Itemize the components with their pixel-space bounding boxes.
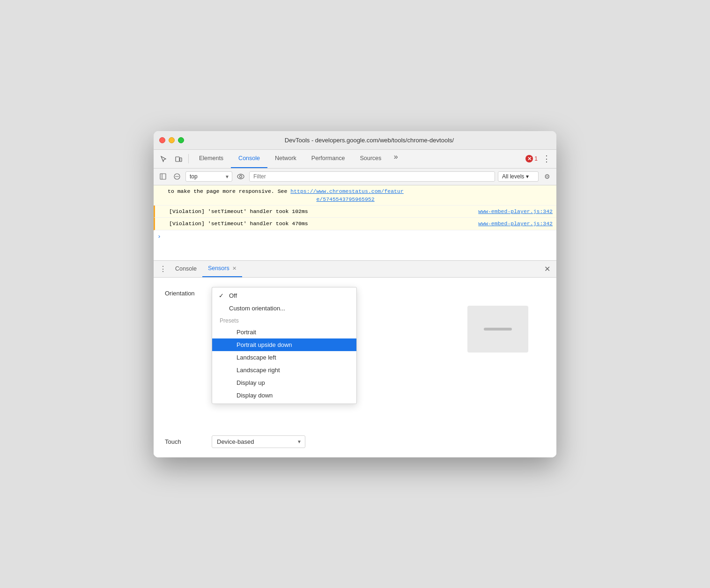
dropdown-item-portrait-upside-down-label: Portrait upside down — [237, 341, 292, 348]
devtools-toolbar: Elements Console Network Performance Sou… — [154, 150, 556, 169]
console-toolbar: top ▼ All levels ▾ ⚙ — [154, 169, 556, 185]
error-count: 1 — [534, 155, 538, 162]
console-line-violation-1: [Violation] 'setTimeout' handler took 10… — [154, 206, 556, 218]
dropdown-item-custom-label: Custom orientation... — [229, 305, 285, 312]
bottom-panel: ⋮ Console Sensors ✕ ✕ Orientation Off — [154, 260, 556, 457]
dropdown-item-landscape-left[interactable]: Landscape left — [212, 351, 356, 364]
eye-icon[interactable] — [235, 171, 246, 182]
svg-point-6 — [237, 174, 244, 179]
phone-bar — [484, 328, 512, 331]
minimize-button[interactable] — [169, 137, 175, 143]
dropdown-item-landscape-left-label: Landscape left — [237, 354, 276, 361]
tab-sources[interactable]: Sources — [352, 150, 389, 168]
tab-performance[interactable]: Performance — [304, 150, 353, 168]
more-tabs-button[interactable]: » — [389, 150, 403, 164]
console-line: to make the page more responsive. See ht… — [154, 185, 556, 206]
dropdown-item-landscape-right-label: Landscape right — [237, 367, 280, 374]
nav-tabs: Elements Console Network Performance Sou… — [192, 150, 403, 168]
bottom-tab-console[interactable]: Console — [170, 261, 202, 277]
console-output: to make the page more responsive. See ht… — [154, 185, 556, 260]
toolbar-right: ✕ 1 ⋮ — [525, 152, 554, 166]
clear-console-icon[interactable] — [171, 171, 183, 182]
svg-rect-1 — [180, 158, 182, 162]
console-tab-label: Console — [175, 265, 197, 272]
context-select[interactable]: top — [185, 171, 232, 182]
dropdown-item-display-up-label: Display up — [237, 379, 265, 386]
bottom-tab-bar: ⋮ Console Sensors ✕ ✕ — [154, 261, 556, 278]
dropdown-item-off[interactable]: Off — [212, 289, 356, 302]
orientation-dropdown-container: Off ▼ Off Custom orientation... Presets — [212, 287, 305, 300]
dropdown-category-presets: Presets — [212, 315, 356, 326]
prompt-arrow: › — [157, 233, 161, 240]
dropdown-item-display-down-label: Display down — [237, 392, 273, 399]
dropdown-item-portrait-upside-down[interactable]: Portrait upside down — [212, 338, 356, 351]
violation-text-1: [Violation] 'setTimeout' handler took 10… — [169, 208, 308, 214]
svg-point-7 — [240, 176, 242, 178]
violation-link-1[interactable]: www-embed-player.js:342 — [478, 207, 553, 215]
error-icon: ✕ — [525, 155, 533, 162]
chromestatus-link-2[interactable]: e/5745543795965952 — [316, 196, 374, 202]
devtools-window: DevTools - developers.google.com/web/too… — [154, 131, 556, 457]
chromestatus-link-1[interactable]: https://www.chromestatus.com/featur — [290, 188, 404, 194]
console-settings-icon[interactable]: ⚙ — [541, 171, 553, 182]
sensors-panel: Orientation Off ▼ Off — [154, 278, 556, 457]
violation-text-2: [Violation] 'setTimeout' handler took 47… — [169, 220, 308, 227]
dropdown-item-portrait-label: Portrait — [237, 329, 256, 336]
touch-row: Touch Device-based ▼ — [165, 435, 545, 448]
sensors-tab-close[interactable]: ✕ — [232, 265, 237, 272]
dropdown-item-display-up[interactable]: Display up — [212, 376, 356, 389]
filter-input[interactable] — [249, 171, 495, 182]
dropdown-item-off-label: Off — [229, 292, 237, 299]
phone-preview — [467, 306, 528, 353]
violation-link-2[interactable]: www-embed-player.js:342 — [478, 220, 553, 228]
error-badge[interactable]: ✕ 1 — [525, 155, 538, 162]
devtools-menu-button[interactable]: ⋮ — [540, 152, 554, 166]
device-toggle-icon[interactable] — [171, 152, 185, 166]
orientation-dropdown: Off Custom orientation... Presets Portra… — [212, 287, 357, 404]
window-title: DevTools - developers.google.com/web/too… — [188, 137, 551, 144]
touch-select-wrapper: Device-based ▼ — [212, 435, 305, 448]
levels-select-wrapper: All levels ▾ — [498, 171, 539, 182]
sensors-tab-label: Sensors — [208, 265, 229, 272]
bottom-tab-sensors[interactable]: Sensors ✕ — [202, 261, 242, 277]
traffic-lights — [159, 137, 184, 143]
dropdown-item-landscape-right[interactable]: Landscape right — [212, 364, 356, 376]
title-bar: DevTools - developers.google.com/web/too… — [154, 131, 556, 150]
orientation-label: Orientation — [165, 287, 202, 297]
tab-console[interactable]: Console — [231, 150, 267, 168]
tab-network[interactable]: Network — [267, 150, 304, 168]
maximize-button[interactable] — [178, 137, 184, 143]
touch-label: Touch — [165, 438, 202, 445]
levels-select[interactable]: All levels ▾ — [498, 171, 539, 182]
dropdown-item-display-down[interactable]: Display down — [212, 389, 356, 402]
close-button[interactable] — [159, 137, 165, 143]
console-line-violation-2: [Violation] 'setTimeout' handler took 47… — [154, 218, 556, 230]
orientation-row: Orientation Off ▼ Off — [165, 287, 545, 300]
console-prompt: › — [154, 230, 556, 243]
svg-rect-0 — [176, 157, 179, 162]
dropdown-item-custom[interactable]: Custom orientation... — [212, 302, 356, 315]
inspect-icon[interactable] — [156, 152, 170, 166]
context-select-wrapper: top ▼ — [185, 171, 232, 182]
bottom-panel-close-button[interactable]: ✕ — [540, 262, 554, 275]
tab-elements[interactable]: Elements — [192, 150, 231, 168]
bottom-panel-menu-button[interactable]: ⋮ — [156, 262, 170, 275]
dropdown-item-portrait[interactable]: Portrait — [212, 326, 356, 338]
toolbar-divider — [188, 154, 189, 163]
touch-select[interactable]: Device-based — [212, 435, 305, 448]
sidebar-toggle-icon[interactable] — [157, 171, 169, 182]
svg-rect-2 — [160, 174, 166, 179]
